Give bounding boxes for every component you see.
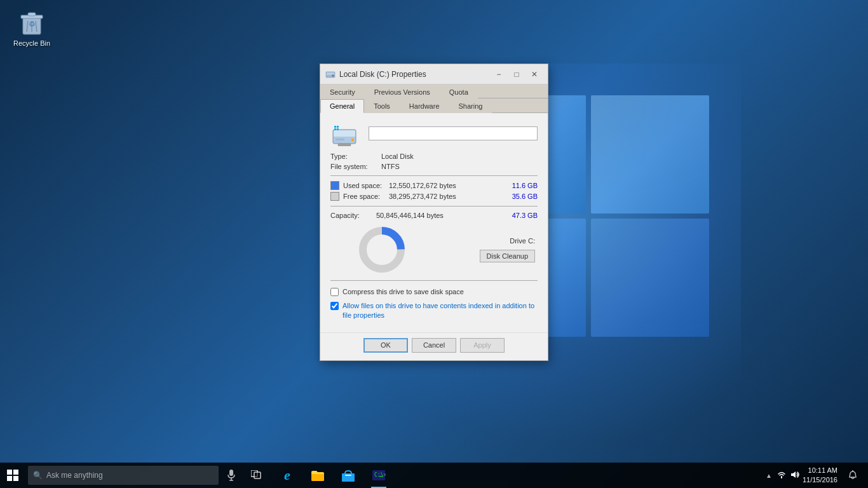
tab-previous-versions[interactable]: Previous Versions — [365, 85, 440, 98]
taskbar-app-explorer[interactable] — [302, 463, 333, 488]
svg-point-14 — [351, 139, 354, 141]
svg-rect-2 — [28, 13, 36, 16]
filesystem-value: NTFS — [381, 163, 400, 170]
dialog-title: Local Disk (C:) Properties — [339, 70, 491, 79]
capacity-label: Capacity: — [330, 212, 376, 219]
cancel-button[interactable]: Cancel — [412, 338, 456, 353]
task-view-button[interactable] — [244, 463, 269, 488]
free-space-size: 35.6 GB — [512, 193, 538, 200]
start-button[interactable] — [0, 463, 25, 488]
wifi-icon — [776, 470, 787, 479]
tab-quota[interactable]: Quota — [440, 85, 478, 98]
type-value: Local Disk — [381, 152, 414, 160]
svg-rect-37 — [379, 476, 383, 477]
recycle-bin-label: Recycle Bin — [6, 39, 57, 47]
windows-start-icon — [7, 470, 18, 481]
tabs-row1: Security Previous Versions Quota — [320, 85, 548, 98]
taskbar-apps: e C:\> — [272, 463, 394, 488]
taskbar-app-cmd[interactable]: C:\> — [363, 463, 394, 488]
store-icon — [341, 468, 355, 482]
tab-security[interactable]: Security — [320, 85, 365, 98]
compress-label: Compress this drive to save disk space — [342, 287, 464, 297]
svg-rect-32 — [254, 472, 261, 478]
svg-rect-17 — [334, 126, 336, 128]
taskbar-search[interactable]: 🔍 Ask me anything — [28, 466, 219, 485]
svg-rect-18 — [337, 126, 339, 128]
capacity-bytes: 50,845,446,144 bytes — [376, 212, 512, 219]
drive-icon — [330, 121, 361, 146]
separator2 — [330, 206, 538, 207]
svg-rect-20 — [337, 128, 339, 130]
separator1 — [330, 175, 538, 176]
svg-marker-38 — [791, 471, 796, 478]
dialog-buttons: OK Cancel Apply — [320, 332, 548, 360]
tab-hardware[interactable]: Hardware — [400, 99, 449, 113]
tab-sharing[interactable]: Sharing — [449, 99, 492, 113]
svg-rect-34 — [345, 475, 351, 476]
type-row: Type: Local Disk — [330, 152, 538, 160]
maximize-button[interactable]: □ — [508, 68, 525, 81]
mic-button[interactable] — [219, 463, 244, 488]
tab-general[interactable]: General — [320, 99, 364, 113]
free-space-bytes: 38,295,273,472 bytes — [389, 193, 512, 200]
svg-text:C:\>: C:\> — [374, 472, 386, 478]
properties-dialog: Local Disk (C:) Properties − □ ✕ Securit… — [320, 64, 548, 360]
svg-rect-11 — [334, 130, 355, 137]
compress-checkbox[interactable] — [330, 288, 339, 296]
task-view-icon — [251, 470, 262, 480]
taskbar-app-store[interactable] — [333, 463, 363, 488]
index-row: Allow files on this drive to have conten… — [330, 301, 538, 321]
mic-icon — [227, 470, 236, 481]
svg-rect-28 — [229, 470, 233, 476]
close-button[interactable]: ✕ — [526, 68, 543, 81]
desktop: ♻ Recycle Bin Local Disk (C:) Properties… — [0, 0, 868, 488]
checkbox-area: Compress this drive to save disk space A… — [330, 287, 538, 320]
svg-rect-24 — [7, 470, 12, 475]
edge-icon: e — [284, 467, 290, 484]
svg-rect-26 — [7, 476, 12, 481]
win-logo-pane-br — [591, 219, 709, 337]
speaker-icon — [790, 470, 801, 479]
recycle-bin[interactable]: ♻ Recycle Bin — [6, 6, 57, 47]
used-color-box — [330, 181, 339, 190]
free-space-label: Free space: — [343, 193, 389, 200]
network-icon[interactable] — [776, 470, 787, 481]
explorer-icon — [311, 468, 325, 482]
index-checkbox[interactable] — [330, 302, 339, 310]
dialog-titlebar[interactable]: Local Disk (C:) Properties − □ ✕ — [320, 64, 548, 85]
taskbar: 🔍 Ask me anything e — [0, 463, 868, 488]
taskbar-system: ▲ 10:11 AM 11/15/2016 — [766, 463, 868, 488]
tab-tools[interactable]: Tools — [364, 99, 400, 113]
separator3 — [330, 280, 538, 281]
taskbar-app-edge[interactable]: e — [272, 463, 302, 488]
svg-rect-19 — [334, 128, 336, 130]
notification-button[interactable] — [843, 463, 863, 488]
svg-text:♻: ♻ — [29, 20, 36, 29]
svg-rect-13 — [336, 139, 344, 140]
svg-rect-25 — [13, 470, 18, 475]
index-label: Allow files on this drive to have conten… — [342, 301, 538, 321]
dialog-content: Type: Local Disk File system: NTFS Used … — [320, 113, 548, 332]
notification-icon — [848, 470, 857, 480]
disk-cleanup-button[interactable]: Disk Cleanup — [480, 250, 535, 262]
system-tray-expand[interactable]: ▲ — [766, 472, 772, 479]
type-label: Type: — [330, 152, 381, 160]
used-space-bytes: 12,550,172,672 bytes — [389, 182, 512, 189]
filesystem-row: File system: NTFS — [330, 163, 538, 170]
used-space-row: Used space: 12,550,172,672 bytes 11.6 GB — [330, 181, 538, 190]
titlebar-controls: − □ ✕ — [491, 68, 543, 81]
used-space-label: Used space: — [343, 182, 389, 189]
minimize-button[interactable]: − — [491, 68, 507, 81]
apply-button[interactable]: Apply — [460, 338, 505, 353]
svg-rect-27 — [13, 476, 18, 481]
search-icon: 🔍 — [33, 471, 43, 480]
tabs-row2: General Tools Hardware Sharing — [320, 98, 548, 113]
svg-point-23 — [369, 237, 395, 262]
drive-name-input[interactable] — [369, 126, 538, 140]
taskbar-clock[interactable]: 10:11 AM 11/15/2016 — [803, 466, 837, 485]
chart-area: Drive C: Disk Cleanup — [330, 224, 538, 275]
ok-button[interactable]: OK — [363, 338, 408, 353]
dialog-overlay: Local Disk (C:) Properties − □ ✕ Securit… — [0, 0, 868, 463]
volume-icon[interactable] — [790, 470, 801, 481]
drive-c-label: Drive C: — [510, 237, 535, 245]
